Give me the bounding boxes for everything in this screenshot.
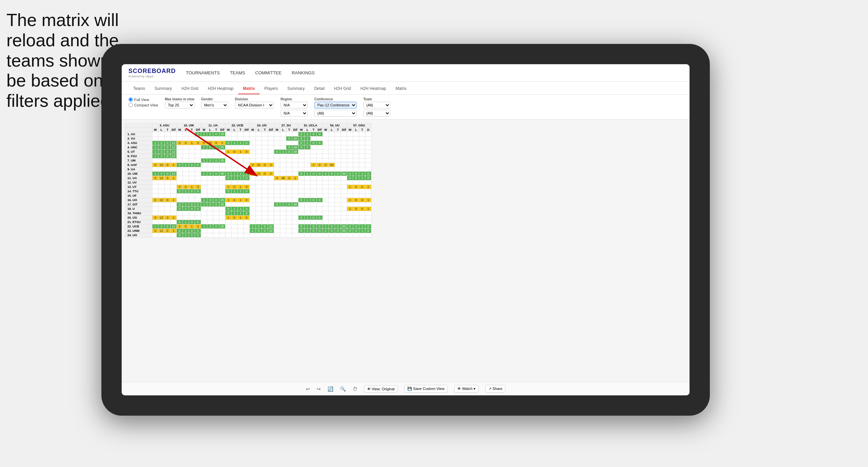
matrix-cell (341, 198, 347, 202)
conference-select-2[interactable]: (All) (314, 110, 357, 117)
matrix-cell: 48 (280, 176, 286, 180)
zoom-in-icon[interactable]: 🔍 (340, 386, 346, 392)
matrix-cell (177, 154, 183, 158)
col-header-su: 27. SU (274, 123, 298, 128)
matrix-cell: 1 (183, 163, 189, 167)
col-header-uu: 54. UU (323, 123, 347, 128)
timer-icon[interactable]: ⏱ (353, 386, 357, 392)
matrix-cell (207, 207, 213, 211)
matrix-cell (201, 189, 207, 194)
matrix-cell (280, 233, 286, 238)
full-view-radio[interactable] (128, 97, 133, 102)
matrix-cell: 2 (323, 172, 329, 176)
matrix-cell (183, 216, 189, 220)
save-custom-view-button[interactable]: 💾 Save Custom View (404, 385, 448, 393)
matrix-cell (347, 132, 353, 137)
matrix-cell (329, 167, 335, 172)
matrix-cell (305, 202, 311, 207)
matrix-cell (171, 233, 177, 238)
matrix-cell (177, 150, 183, 154)
matrix-cell (268, 176, 274, 180)
tab-detail[interactable]: Detail (309, 83, 329, 94)
matrix-cell (298, 233, 305, 238)
matrix-cell: 0 (256, 224, 262, 229)
matrix-cell: 0 (232, 150, 238, 154)
matrix-cell: 0 (165, 172, 171, 176)
compact-view-option[interactable]: Compact View (128, 103, 158, 107)
undo-icon[interactable]: ↩ (306, 386, 310, 392)
matrix-cell (238, 145, 244, 150)
matrix-area[interactable]: 3. ASU 10. UW 11. UA 22. UCB 24. UO 27. … (122, 120, 690, 382)
tab-h2h-heatmap-2[interactable]: H2H Heatmap (356, 83, 391, 94)
matrix-cell (189, 194, 195, 198)
matrix-cell (152, 185, 159, 189)
matrix-cell (159, 158, 165, 163)
nav-committee[interactable]: COMMITTEE (255, 69, 282, 77)
matrix-cell (335, 145, 341, 150)
max-teams-select[interactable]: Top 25 Top 50 All (165, 102, 194, 108)
matrix-cell: 1 (171, 229, 177, 233)
matrix-cell: 35 (207, 141, 213, 145)
row-label: 10. UW (125, 172, 152, 176)
sh-w-5: W (250, 128, 256, 132)
matrix-cell (262, 150, 268, 154)
matrix-cell (341, 233, 347, 238)
table-row: 7. UM13035 (125, 158, 371, 163)
matrix-cell (317, 185, 323, 189)
view-original-button[interactable]: 👁 View: Original (364, 385, 398, 393)
conference-select[interactable]: Pac-12 Conference (All) ACC Big Ten (314, 102, 357, 108)
matrix-cell (274, 220, 280, 224)
tab-players[interactable]: Players (260, 83, 283, 94)
matrix-cell (219, 216, 225, 220)
matrix-cell (189, 211, 195, 216)
team-select[interactable]: (All) (363, 102, 390, 108)
matrix-cell (298, 189, 305, 194)
matrix-cell: 0 (165, 229, 171, 233)
tab-matrix[interactable]: Matrix (238, 83, 260, 94)
tab-matrix-2[interactable]: Matrix (391, 83, 411, 94)
matrix-cell: 0 (232, 216, 238, 220)
redo-icon[interactable]: ↪ (317, 386, 321, 392)
sh-t-2: T (189, 128, 195, 132)
region-select[interactable]: N/A Northeast South West (281, 102, 308, 108)
share-button[interactable]: ↗ Share (485, 385, 505, 393)
tab-teams[interactable]: Teams (128, 83, 150, 94)
nav-teams[interactable]: TEAMS (230, 69, 245, 77)
matrix-cell (152, 137, 159, 141)
matrix-cell: 1 (171, 198, 177, 202)
team-label: Team (363, 97, 390, 101)
matrix-cell: 2 (323, 224, 329, 229)
matrix-cell: 0 (177, 202, 183, 207)
matrix-cell (335, 150, 341, 154)
nav-tournaments[interactable]: TOURNAMENTS (186, 69, 220, 77)
matrix-cell (152, 189, 159, 194)
matrix-cell: 0 (298, 141, 305, 145)
matrix-cell (311, 207, 317, 211)
matrix-cell (219, 194, 225, 198)
matrix-cell (268, 202, 274, 207)
matrix-cell (213, 163, 219, 167)
full-view-option[interactable]: Full View (128, 97, 158, 102)
division-select[interactable]: NCAA Division I NCAA Division II NCAA Di… (235, 102, 274, 108)
matrix-cell (335, 207, 341, 211)
tab-h2h-grid-1[interactable]: H2H Grid (177, 83, 203, 94)
tab-summary-2[interactable]: Summary (283, 83, 309, 94)
team-select-2[interactable]: (All) (363, 110, 390, 117)
tab-summary-1[interactable]: Summary (150, 83, 176, 94)
matrix-cell (152, 207, 159, 211)
matrix-cell: 0 (317, 229, 323, 233)
gender-select[interactable]: Men's Women's (201, 102, 228, 108)
matrix-cell (195, 137, 201, 141)
row-label: 14. TTU (125, 189, 152, 194)
refresh-icon[interactable]: 🔄 (328, 386, 333, 392)
watch-button[interactable]: 👁 Watch ▾ (454, 385, 479, 393)
matrix-cell: 48 (292, 202, 298, 207)
tab-h2h-heatmap-1[interactable]: H2H Heatmap (203, 83, 238, 94)
nav-rankings[interactable]: RANKINGS (292, 69, 315, 77)
region-select-2[interactable]: N/A (281, 110, 308, 117)
tab-h2h-grid-2[interactable]: H2H Grid (329, 83, 356, 94)
matrix-cell (262, 233, 268, 238)
row-label: 19. TAMU (125, 211, 152, 216)
matrix-cell (207, 137, 213, 141)
compact-view-radio[interactable] (128, 103, 133, 107)
